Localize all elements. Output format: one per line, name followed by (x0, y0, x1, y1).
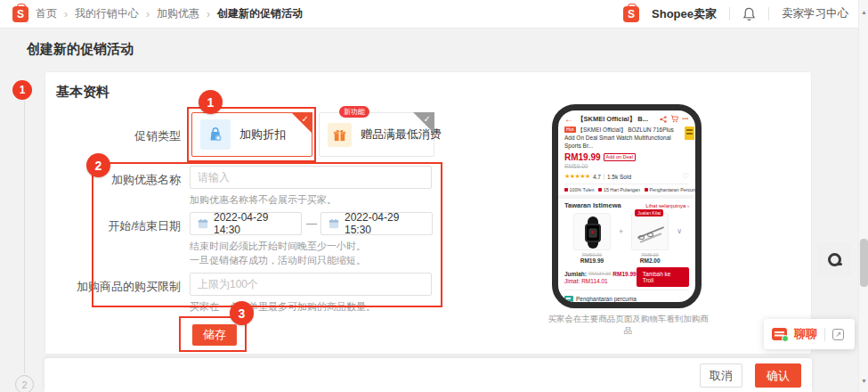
total-label: Jumlah: (564, 271, 587, 277)
price-row: RM19.99 Add on Deal (558, 152, 695, 162)
accessory-product-image: Jualan Kilat (631, 213, 669, 250)
perk-label: 15 Hari Pulangan (604, 187, 640, 192)
perk-item: Penghantaran Percuma (645, 187, 699, 192)
rating-row: ★★★★★ 4.7 1.5k Sold ♡ (558, 172, 695, 181)
seller-education-link[interactable]: 卖家学习中心 (782, 6, 848, 21)
scrollbar[interactable]: ▲ ▼ (858, 0, 868, 392)
scroll-up-icon[interactable]: ▲ (859, 9, 868, 15)
popout-icon[interactable]: ↗ (832, 329, 844, 340)
gift-icon (328, 123, 352, 147)
confirm-button[interactable]: 确认 (755, 363, 801, 388)
promo-name-label: 加购优惠名称 (36, 172, 181, 188)
shopee-logo-icon[interactable]: S (12, 6, 28, 22)
item-price: RM2.00 (640, 257, 661, 264)
breadcrumb-current: 创建新的促销活动 (217, 6, 303, 21)
shipping-icon (645, 188, 648, 192)
stepper-line (24, 101, 25, 373)
phone-navbar: ← 【SKMEI Official】 B... ⋯ (558, 114, 695, 124)
check-icon: ✓ (424, 114, 431, 124)
divider (604, 174, 604, 180)
product-title-block: Hot【SKMEI Official】 BOZLUN 716Plus Add O… (558, 126, 695, 150)
phone-nav-icons: ⋯ (660, 115, 689, 123)
breadcrumb-home[interactable]: 首页 (36, 6, 57, 21)
watch-face (585, 224, 601, 242)
save-button[interactable]: 储存 (192, 324, 237, 346)
product-title: 【SKMEI Official】 BOZLUN 716Plus Add On D… (564, 127, 674, 149)
promo-type-label: 促销类型 (36, 128, 181, 144)
rating-value: 4.7 (593, 174, 601, 180)
addon-deal-badge: Add on Deal (604, 153, 636, 161)
scrollbar-thumb[interactable] (860, 239, 868, 287)
purchase-limit-label: 加购商品的购买限制 (36, 279, 181, 295)
perk-label: 100% Tulen (570, 187, 595, 192)
item-promo-badge: Jualan Kilat (635, 209, 663, 216)
perks-row: 100% Tulen 15 Hari Pulangan Penghantaran… (558, 187, 695, 192)
see-more-link: Lihat selanjutnya › (645, 203, 689, 208)
purchase-limit-input[interactable] (190, 273, 432, 296)
bag-discount-icon (200, 119, 231, 150)
seller-brand-label[interactable]: Shopee卖家 (652, 6, 717, 22)
total-block: Jumlah: RM134.00 RM19.99 Jimat: RM114.01 (564, 271, 637, 284)
plus-icon: + (619, 227, 623, 236)
promo-type-option-addon-discount[interactable]: 加购折扣 ✓ (191, 112, 312, 157)
divider (564, 290, 689, 290)
breadcrumb-marketing-centre[interactable]: 我的行销中心 (75, 6, 139, 21)
end-date-value: 2022-04-29 15:30 (345, 211, 425, 236)
bell-icon[interactable] (742, 7, 756, 21)
page-title: 创建新的促销活动 (27, 41, 134, 58)
promo-type-option-gift-min-spend[interactable]: 新功能 赠品满最低消费 ✓ (319, 112, 434, 157)
stepper-step-2: 2 (15, 375, 34, 392)
calendar-icon (329, 218, 339, 229)
record-widget[interactable] (817, 242, 851, 276)
breadcrumb-addon-deal[interactable]: 加购优惠 (157, 6, 199, 21)
start-date-input[interactable]: 2022-04-29 14:30 (190, 212, 302, 235)
phone-screen: ← 【SKMEI Official】 B... ⋯ Hot【SKMEI Offi… (558, 110, 695, 302)
chat-widget[interactable]: 聊聊 ↗ (764, 319, 855, 349)
divider (824, 328, 825, 341)
date-range-label: 开始/结束日期 (36, 218, 181, 234)
chat-label: 聊聊 (794, 326, 817, 342)
chevron-down-icon: ∨ (677, 227, 682, 235)
breadcrumb-separator: › (64, 8, 68, 20)
breadcrumb-separator: › (146, 8, 150, 20)
addon-items-row: RM59.00 RM19.99 + Jualan Kilat RM8.00 RM… (558, 213, 695, 264)
more-icon: ⋯ (682, 115, 689, 123)
total-original: RM134.00 (588, 271, 611, 276)
breadcrumb-separator: › (207, 8, 210, 20)
return-icon (598, 188, 602, 192)
free-shipping-label: Penghantaran percuma (576, 296, 637, 302)
cancel-button[interactable]: 取消 (700, 363, 742, 388)
perk-item: 100% Tulen (564, 187, 594, 192)
truck-icon (564, 296, 573, 302)
date-hint-2: 一旦促销储存成功，活动时间只能缩短。 (190, 254, 366, 267)
calendar-icon (198, 218, 208, 229)
breadcrumb: S 首页 › 我的行销中心 › 加购优惠 › 创建新的促销活动 (12, 6, 303, 22)
add-to-cart-button: Tambah ke Troli (637, 267, 689, 287)
addon-section-title: Tawaran Istimewa (564, 201, 621, 209)
shopee-brand-icon[interactable]: S (623, 6, 639, 22)
divider (768, 7, 769, 20)
sold-count: 1.5k Sold (607, 174, 631, 180)
section-divider (558, 195, 695, 199)
addon-item-accessory: Jualan Kilat RM8.00 RM2.00 (629, 213, 670, 264)
addon-item-watch: RM59.00 RM19.99 (572, 213, 612, 264)
check-icon: ✓ (302, 114, 309, 124)
shipping-row: Penghantaran percuma (558, 296, 695, 302)
new-feature-badge: 新功能 (339, 106, 369, 118)
perk-label: Penghantaran Percuma (649, 187, 699, 192)
divider (729, 7, 730, 20)
phone-nav-title: 【SKMEI Official】 B... (577, 115, 656, 124)
product-original-price: RM59.00 (558, 163, 695, 169)
phone-preview: ← 【SKMEI Official】 B... ⋯ Hot【SKMEI Offi… (552, 104, 702, 308)
star-rating-icon: ★★★★★ (564, 173, 590, 180)
hot-badge: Hot (564, 127, 576, 133)
bottom-action-bar: 取消 确认 (45, 358, 812, 392)
item-price: RM19.99 (580, 257, 604, 264)
promo-name-input[interactable] (190, 166, 432, 189)
watch-product-image (573, 213, 611, 250)
voucher-badge-icon (685, 127, 694, 140)
scroll-down-icon[interactable]: ▼ (859, 378, 868, 384)
savings-line: Jimat: RM114.01 (564, 278, 637, 284)
end-date-input[interactable]: 2022-04-29 15:30 (320, 212, 433, 235)
date-hint-1: 结束时间必须比开始时间晚至少一小时。 (190, 240, 366, 253)
